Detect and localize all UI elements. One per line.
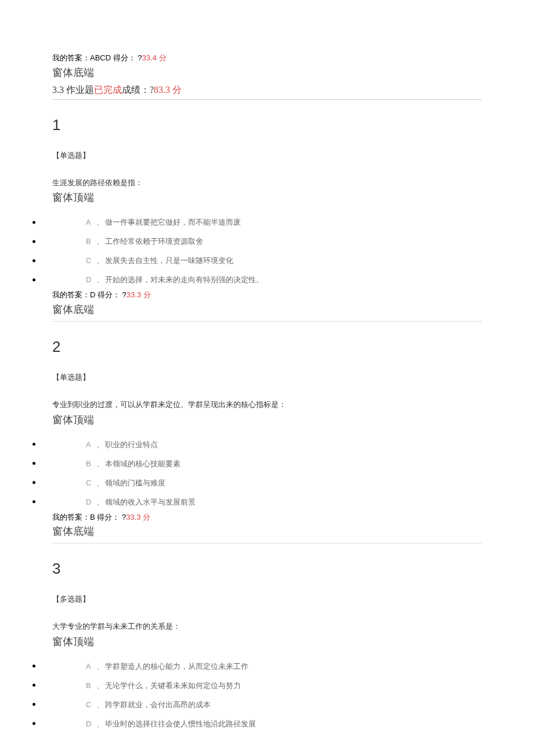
options-list: A、学群塑造人的核心能力，从而定位未来工作 B、无论学什么，关键看未来如何定位与… bbox=[52, 657, 482, 733]
score-label: 得分： ? bbox=[95, 513, 126, 521]
score-label: 得分： ? bbox=[95, 290, 126, 299]
answer-value: D bbox=[90, 290, 95, 299]
question-type: 【单选题】 bbox=[52, 372, 482, 383]
score-label: 得分： ? bbox=[111, 53, 142, 62]
form-top-text: 窗体顶端 bbox=[52, 413, 482, 427]
option-letter: B bbox=[86, 237, 96, 246]
option-sep: 、 bbox=[96, 700, 104, 709]
question-type: 【单选题】 bbox=[52, 150, 482, 161]
option-item[interactable]: B、无论学什么，关键看未来如何定位与努力 bbox=[52, 676, 482, 695]
option-letter: C bbox=[86, 700, 96, 709]
option-sep: 、 bbox=[96, 719, 104, 728]
option-letter: D bbox=[86, 719, 96, 728]
score-value: 33.4 分 bbox=[142, 53, 167, 62]
question-number: 1 bbox=[52, 116, 482, 134]
assignment-title: 3.3 作业题 bbox=[52, 85, 94, 95]
question-number: 3 bbox=[52, 560, 482, 578]
option-letter: D bbox=[86, 275, 96, 284]
answer-value: B bbox=[90, 513, 95, 521]
option-sep: 、 bbox=[96, 498, 104, 506]
divider bbox=[52, 321, 482, 322]
option-sep: 、 bbox=[96, 662, 104, 671]
option-sep: 、 bbox=[96, 478, 104, 487]
option-item[interactable]: D、领域的收入水平与发展前景 bbox=[52, 492, 482, 512]
option-letter: A bbox=[86, 662, 96, 671]
option-letter: A bbox=[86, 440, 96, 449]
option-text: 无论学什么，关键看未来如何定位与努力 bbox=[105, 681, 241, 690]
option-text: 发展失去自主性，只是一味随环境变化 bbox=[105, 256, 233, 265]
option-sep: 、 bbox=[96, 218, 104, 226]
option-item[interactable]: A、学群塑造人的核心能力，从而定位未来工作 bbox=[52, 657, 482, 676]
question-number: 2 bbox=[52, 338, 482, 356]
option-text: 开始的选择，对未来的走向有特别强的决定性。 bbox=[105, 275, 264, 284]
question-block: 1 【单选题】 生涯发展的路径依赖是指： 窗体顶端 A、做一件事就要把它做好，而… bbox=[52, 116, 482, 322]
option-letter: C bbox=[86, 478, 96, 487]
option-item[interactable]: C、发展失去自主性，只是一味随环境变化 bbox=[52, 251, 482, 270]
question-text: 生涯发展的路径依赖是指： bbox=[52, 177, 482, 189]
assignment-status: 已完成 bbox=[94, 85, 122, 95]
option-text: 领域的收入水平与发展前景 bbox=[105, 498, 196, 506]
form-top-text: 窗体顶端 bbox=[52, 190, 482, 204]
option-letter: A bbox=[86, 218, 96, 226]
option-letter: B bbox=[86, 459, 96, 468]
question-block: 3 【多选题】 大学专业的学群与未来工作的关系是： 窗体顶端 A、学群塑造人的核… bbox=[52, 560, 482, 733]
option-sep: 、 bbox=[96, 681, 104, 690]
answer-label: 我的答案： bbox=[52, 53, 90, 62]
assignment-header: 3.3 作业题已完成成绩：?83.3 分 bbox=[52, 84, 482, 100]
option-item[interactable]: B、工作经常依赖于环境资源取舍 bbox=[52, 232, 482, 251]
option-sep: 、 bbox=[96, 440, 104, 449]
option-sep: 、 bbox=[96, 256, 104, 265]
option-text: 跨学群就业，会付出高昂的成本 bbox=[105, 700, 211, 709]
option-sep: 、 bbox=[96, 237, 104, 246]
option-letter: B bbox=[86, 681, 96, 690]
question-text: 专业到职业的过渡，可以从学群来定位。学群呈现出来的核心指标是： bbox=[52, 399, 482, 411]
option-sep: 、 bbox=[96, 459, 104, 468]
answer-label: 我的答案： bbox=[52, 290, 90, 299]
option-item[interactable]: B、本领域的核心技能要素 bbox=[52, 454, 482, 473]
option-item[interactable]: A、做一件事就要把它做好，而不能半途而废 bbox=[52, 213, 482, 232]
option-text: 学群塑造人的核心能力，从而定位未来工作 bbox=[105, 662, 248, 671]
answer-value: ABCD bbox=[90, 53, 111, 62]
score-value: 33.3 分 bbox=[126, 513, 150, 521]
option-letter: D bbox=[86, 498, 96, 506]
option-item[interactable]: D、毕业时的选择往往会使人惯性地沿此路径发展 bbox=[52, 714, 482, 733]
answer-line: 我的答案：B 得分： ?33.3 分 bbox=[52, 512, 482, 524]
option-item[interactable]: C、领域的门槛与难度 bbox=[52, 473, 482, 492]
option-letter: C bbox=[86, 256, 96, 265]
grade-value: 83.3 分 bbox=[154, 85, 182, 95]
question-text: 大学专业的学群与未来工作的关系是： bbox=[52, 621, 482, 632]
option-item[interactable]: A、职业的行业特点 bbox=[52, 435, 482, 454]
form-top-text: 窗体顶端 bbox=[52, 635, 482, 649]
document-content: 我的答案：ABCD 得分： ?33.4 分 窗体底端 3.3 作业题已完成成绩：… bbox=[0, 52, 534, 733]
option-text: 做一件事就要把它做好，而不能半途而废 bbox=[105, 218, 241, 226]
grade-label: 成绩：? bbox=[122, 85, 154, 95]
options-list: A、职业的行业特点 B、本领域的核心技能要素 C、领域的门槛与难度 D、领域的收… bbox=[52, 435, 482, 512]
options-list: A、做一件事就要把它做好，而不能半途而废 B、工作经常依赖于环境资源取舍 C、发… bbox=[52, 213, 482, 289]
answer-line: 我的答案：D 得分： ?33.3 分 bbox=[52, 289, 482, 301]
option-text: 职业的行业特点 bbox=[105, 440, 158, 449]
form-footer-text: 窗体底端 bbox=[52, 303, 482, 316]
score-value: 33.3 分 bbox=[127, 290, 151, 299]
prior-answer-line: 我的答案：ABCD 得分： ?33.4 分 bbox=[52, 52, 482, 64]
question-block: 2 【单选题】 专业到职业的过渡，可以从学群来定位。学群呈现出来的核心指标是： … bbox=[52, 338, 482, 543]
form-footer-text: 窗体底端 bbox=[52, 524, 482, 538]
question-type: 【多选题】 bbox=[52, 594, 482, 604]
divider bbox=[52, 543, 482, 543]
form-footer-text: 窗体底端 bbox=[52, 66, 482, 80]
option-sep: 、 bbox=[96, 275, 104, 284]
option-item[interactable]: C、跨学群就业，会付出高昂的成本 bbox=[52, 695, 482, 714]
option-item[interactable]: D、开始的选择，对未来的走向有特别强的决定性。 bbox=[52, 270, 482, 289]
option-text: 毕业时的选择往往会使人惯性地沿此路径发展 bbox=[105, 719, 256, 728]
answer-label: 我的答案： bbox=[52, 513, 90, 521]
option-text: 本领域的核心技能要素 bbox=[105, 459, 181, 468]
option-text: 工作经常依赖于环境资源取舍 bbox=[105, 237, 203, 246]
option-text: 领域的门槛与难度 bbox=[105, 478, 165, 487]
